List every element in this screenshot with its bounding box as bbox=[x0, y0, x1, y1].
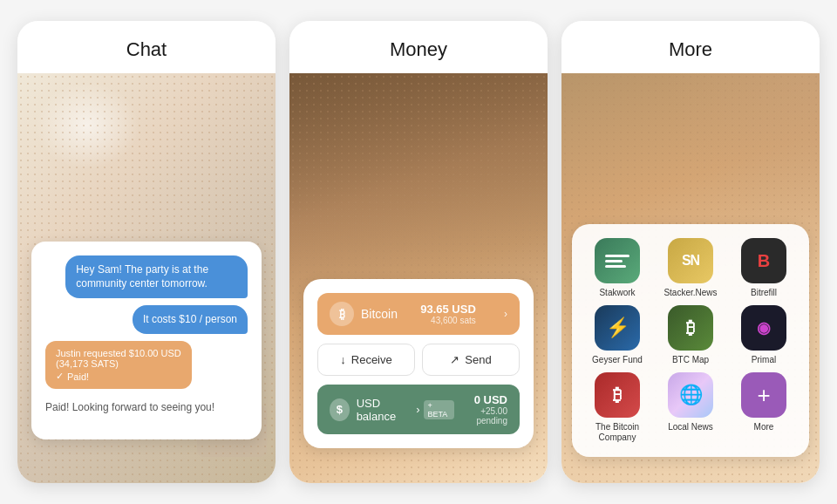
app-bitcoin-company[interactable]: ₿ The Bitcoin Company bbox=[582, 372, 652, 443]
app-stacker-news[interactable]: SN Stacker.News bbox=[656, 238, 725, 298]
bitrefill-symbol: B bbox=[758, 251, 770, 271]
chat-panel: Chat Hey Sam! The party is at the commun… bbox=[17, 21, 276, 483]
local-news-symbol: 🌐 bbox=[679, 384, 703, 406]
more-apps-grid: Stakwork SN Stacker.News B Bitrefill bbox=[572, 224, 809, 457]
more-content: Stakwork SN Stacker.News B Bitrefill bbox=[561, 21, 820, 483]
beta-badge: + BETA bbox=[424, 400, 455, 419]
app-grid: Stakwork SN Stacker.News B Bitrefill bbox=[582, 238, 799, 443]
bitcoin-company-icon: ₿ bbox=[595, 372, 640, 418]
message-4-text: Paid! Looking forward to seeing you! bbox=[45, 396, 214, 419]
bitcoin-usd: 93.65 USD bbox=[420, 303, 476, 316]
geyser-icon: ⚡ bbox=[595, 305, 640, 351]
money-panel: Money ₿ Bitcoin 93.65 USD 43,600 sats › … bbox=[289, 21, 548, 483]
send-arrow-icon: ↗ bbox=[450, 353, 459, 366]
geyser-label: Geyser Fund bbox=[592, 355, 643, 365]
message-2: It costs $10 / person bbox=[45, 305, 248, 334]
primal-label: Primal bbox=[752, 355, 776, 365]
app-more[interactable]: + More bbox=[729, 372, 799, 443]
stakwork-line-2 bbox=[605, 260, 623, 262]
checkmark-icon: ✓ bbox=[56, 371, 64, 382]
app-primal[interactable]: ◉ Primal bbox=[729, 305, 799, 365]
stakwork-lines bbox=[598, 248, 636, 275]
bitcoin-company-label: The Bitcoin Company bbox=[582, 422, 652, 443]
stakwork-label: Stakwork bbox=[599, 288, 635, 298]
chat-messages-card: Hey Sam! The party is at the community c… bbox=[31, 242, 262, 439]
more-icon: + bbox=[741, 372, 786, 418]
usd-pending: +25.00 pending bbox=[454, 406, 507, 426]
app-geyser[interactable]: ⚡ Geyser Fund bbox=[582, 305, 652, 365]
local-news-icon: 🌐 bbox=[668, 372, 713, 418]
usd-balance-text: USD balance bbox=[357, 397, 413, 423]
stacker-symbol: SN bbox=[682, 253, 699, 269]
usd-chevron-icon: › bbox=[416, 403, 419, 416]
usd-icon: $ bbox=[330, 398, 350, 421]
more-panel: More Stakwork bbox=[561, 21, 820, 483]
message-4: Paid! Looking forward to seeing you! bbox=[45, 396, 248, 419]
receive-arrow-icon: ↓ bbox=[340, 353, 346, 366]
stakwork-line-3 bbox=[605, 265, 626, 268]
btcmap-icon: ₿ bbox=[668, 305, 713, 351]
payment-message: Justin requested $10.00 USD(34,173 SATS)… bbox=[45, 341, 248, 389]
primal-icon: ◉ bbox=[741, 305, 786, 351]
usd-label-wrap: USD balance › + BETA bbox=[357, 397, 455, 423]
stakwork-icon bbox=[595, 238, 640, 283]
app-bitrefill[interactable]: B Bitrefill bbox=[729, 238, 799, 298]
bitcoin-row[interactable]: ₿ Bitcoin 93.65 USD 43,600 sats › bbox=[317, 293, 520, 335]
app-btcmap[interactable]: ₿ BTC Map bbox=[656, 305, 725, 365]
usd-right: 0 USD +25.00 pending bbox=[454, 393, 507, 426]
receive-button[interactable]: ↓ Receive bbox=[317, 344, 415, 376]
app-local-news[interactable]: 🌐 Local News bbox=[656, 372, 725, 443]
money-content: ₿ Bitcoin 93.65 USD 43,600 sats › ↓ Rece… bbox=[289, 21, 548, 483]
paid-label: ✓ Paid! bbox=[56, 371, 181, 382]
bitrefill-icon: B bbox=[741, 238, 786, 283]
send-label: Send bbox=[465, 353, 491, 366]
bitrefill-label: Bitrefill bbox=[751, 288, 777, 298]
usd-amount: 0 USD bbox=[454, 393, 507, 406]
payment-request-bubble: Justin requested $10.00 USD(34,173 SATS)… bbox=[45, 341, 192, 389]
more-apps-label: More bbox=[754, 422, 774, 432]
usd-left: $ USD balance › + BETA bbox=[330, 397, 454, 423]
bitcoin-chevron-icon: › bbox=[504, 308, 507, 320]
money-card: ₿ Bitcoin 93.65 USD 43,600 sats › ↓ Rece… bbox=[303, 279, 534, 448]
btcmap-label: BTC Map bbox=[672, 355, 709, 365]
message-1: Hey Sam! The party is at the community c… bbox=[45, 255, 248, 299]
bitcoin-right: 93.65 USD 43,600 sats bbox=[420, 303, 476, 325]
bitcoin-icon: ₿ bbox=[330, 302, 354, 326]
stakwork-line-1 bbox=[605, 255, 629, 257]
stacker-label: Stacker.News bbox=[663, 288, 717, 298]
bitcoin-left: ₿ Bitcoin bbox=[330, 302, 398, 326]
bitcoin-sats: 43,600 sats bbox=[420, 316, 476, 325]
app-stakwork[interactable]: Stakwork bbox=[582, 238, 652, 298]
chat-content: Hey Sam! The party is at the community c… bbox=[17, 21, 276, 483]
stacker-icon: SN bbox=[668, 238, 713, 283]
send-button[interactable]: ↗ Send bbox=[422, 344, 520, 376]
action-buttons: ↓ Receive ↗ Send bbox=[317, 344, 520, 376]
message-2-text: It costs $10 / person bbox=[133, 305, 248, 334]
usd-label: USD balance › + BETA bbox=[357, 397, 455, 423]
message-1-text: Hey Sam! The party is at the community c… bbox=[65, 255, 248, 299]
bitcoin-co-symbol: ₿ bbox=[613, 385, 622, 405]
local-news-label: Local News bbox=[668, 422, 713, 432]
btcmap-symbol: ₿ bbox=[686, 318, 695, 338]
more-symbol: + bbox=[757, 382, 770, 409]
payment-request-text: Justin requested $10.00 USD(34,173 SATS) bbox=[56, 348, 181, 369]
paid-text: Paid! bbox=[67, 371, 89, 382]
receive-label: Receive bbox=[351, 353, 392, 366]
geyser-symbol: ⚡ bbox=[606, 317, 629, 339]
bitcoin-label: Bitcoin bbox=[361, 307, 398, 321]
usd-balance-row[interactable]: $ USD balance › + BETA 0 USD +25.00 pend… bbox=[317, 385, 520, 434]
primal-symbol: ◉ bbox=[757, 318, 771, 337]
